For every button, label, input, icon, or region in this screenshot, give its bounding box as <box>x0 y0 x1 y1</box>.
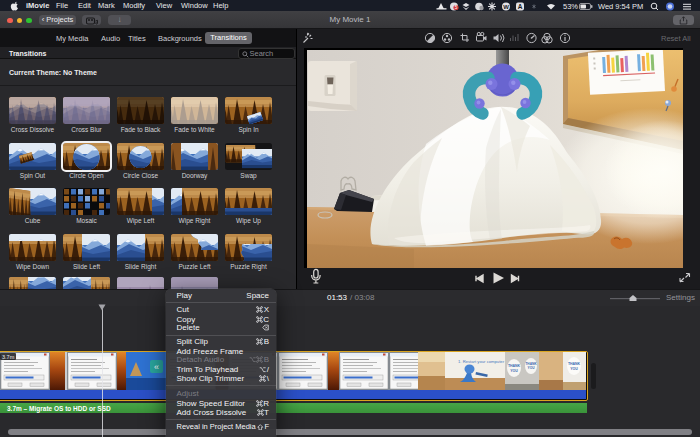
svg-text:YOU: YOU <box>570 367 578 371</box>
svg-text:YOU: YOU <box>528 366 536 370</box>
svg-text:YOU: YOU <box>510 369 518 373</box>
svg-text:A: A <box>518 3 523 10</box>
svg-text:W: W <box>503 3 509 9</box>
svg-text:53%: 53% <box>563 2 578 11</box>
svg-text:Reset All: Reset All <box>661 34 691 43</box>
svg-text:THANK: THANK <box>508 364 521 368</box>
svg-text:Wed 9:54 PM: Wed 9:54 PM <box>598 2 643 11</box>
svg-text:1. Restart your computer: 1. Restart your computer <box>458 359 505 364</box>
svg-text:3.7m: 3.7m <box>2 354 15 360</box>
svg-text:THANK: THANK <box>568 362 581 366</box>
svg-text:«: « <box>154 362 159 372</box>
